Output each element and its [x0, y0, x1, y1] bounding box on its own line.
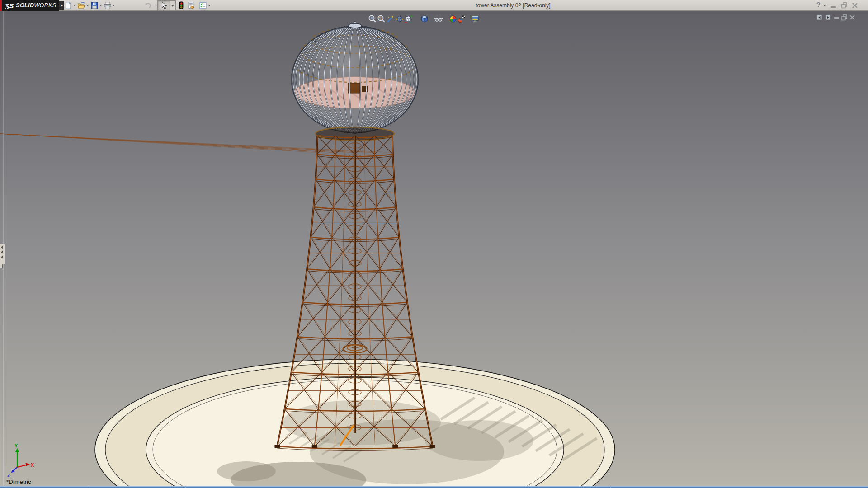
statusbar-divider — [610, 486, 611, 488]
select-cursor-icon — [160, 1, 168, 9]
statusbar-divider — [89, 486, 89, 488]
toolbar-viewport-divider — [0, 11, 868, 11]
collapse-arrow-icon — [1, 255, 3, 259]
solidworks-logo-light: WORKS — [34, 2, 56, 9]
viewport-restore-button[interactable] — [841, 14, 847, 20]
view-settings-icon — [471, 14, 480, 23]
open-dropdown[interactable] — [86, 5, 89, 6]
apply-scene-button[interactable] — [457, 14, 466, 23]
save-floppy-icon — [90, 1, 99, 9]
close-icon — [852, 2, 858, 9]
svg-text:Y: Y — [14, 443, 18, 448]
save-button[interactable] — [90, 1, 99, 9]
previous-view-button[interactable] — [386, 14, 395, 23]
viewport-restore-icon — [841, 14, 848, 21]
file-properties-icon — [187, 1, 195, 9]
help-dropdown[interactable] — [823, 5, 826, 6]
statusbar-divider — [185, 486, 186, 488]
minimize-button[interactable] — [831, 6, 836, 8]
window-title: tower Assembly 02 [Read-only] — [476, 2, 550, 9]
traffic-light-icon — [177, 1, 185, 9]
options-icon — [199, 1, 207, 9]
zoom-to-area-button[interactable] — [377, 14, 386, 23]
solidworks-logo-mark: ƷS — [5, 2, 14, 9]
section-view-icon — [395, 14, 404, 23]
print-icon — [104, 1, 112, 9]
help-button[interactable]: ? — [816, 1, 821, 8]
status-bar — [0, 486, 868, 488]
close-button[interactable] — [852, 2, 858, 9]
featuremanager-collapse-handle[interactable] — [0, 244, 5, 264]
panel-left-toggle[interactable] — [816, 14, 822, 20]
graphics-viewport[interactable]: YXZ — [0, 11, 868, 486]
restore-button[interactable] — [841, 2, 848, 9]
viewport-close-icon — [849, 14, 855, 21]
new-document-button[interactable] — [64, 1, 72, 9]
undo-icon — [144, 1, 152, 9]
hide-show-items-button[interactable] — [434, 14, 443, 23]
print-button[interactable] — [104, 1, 112, 9]
svg-text:X: X — [31, 462, 34, 468]
viewport-close-button[interactable] — [849, 14, 855, 20]
view-orientation-icon — [404, 14, 413, 23]
new-dropdown[interactable] — [73, 5, 76, 6]
edit-appearance-button[interactable] — [448, 14, 458, 23]
select-tool-dropdown[interactable] — [170, 0, 176, 10]
display-style-button[interactable] — [420, 14, 429, 23]
rebuild-button[interactable] — [177, 1, 185, 9]
minimize-icon — [831, 6, 836, 8]
apply-scene-icon — [457, 14, 466, 23]
open-folder-icon — [77, 1, 85, 9]
file-properties-button[interactable] — [187, 1, 195, 9]
print-dropdown[interactable] — [113, 5, 115, 6]
collapse-arrow-icon — [1, 245, 3, 249]
view-orientation-label: *Dimetric — [6, 479, 31, 485]
viewport-minimize-icon — [834, 17, 840, 19]
panel-right-icon — [825, 14, 831, 20]
zoom-to-fit-icon — [368, 14, 377, 23]
zoom-to-area-icon — [377, 14, 386, 23]
appearance-ball-icon — [448, 14, 458, 23]
options-button[interactable] — [199, 1, 207, 9]
display-style-icon — [420, 14, 429, 23]
splitter-notch — [0, 264, 3, 268]
save-dropdown[interactable] — [99, 5, 102, 6]
section-view-button[interactable] — [395, 14, 404, 23]
view-settings-button[interactable] — [471, 14, 480, 23]
undo-button[interactable] — [144, 1, 152, 9]
title-bar: ƷS SOLIDWORKS ▸ — [0, 0, 868, 11]
eyeglasses-icon — [434, 14, 443, 23]
3d-model-tower-assembly[interactable]: YXZ — [0, 11, 868, 486]
solidworks-logo-bold: SOLID — [16, 2, 34, 9]
svg-text:Z: Z — [7, 473, 10, 478]
restore-icon — [841, 2, 848, 9]
viewport-minimize-button[interactable] — [834, 17, 840, 23]
collapse-arrow-icon — [1, 250, 3, 254]
solidworks-logo: ƷS SOLIDWORKS — [2, 0, 59, 11]
new-document-icon — [64, 1, 72, 9]
options-dropdown[interactable] — [208, 5, 211, 6]
panel-left-icon — [816, 14, 822, 20]
previous-view-icon — [386, 14, 395, 23]
view-orientation-button[interactable] — [404, 14, 413, 23]
zoom-to-fit-button[interactable] — [368, 14, 377, 23]
open-button[interactable] — [77, 1, 85, 9]
select-tool-button[interactable] — [157, 0, 170, 10]
panel-right-toggle[interactable] — [825, 14, 831, 20]
menu-expand-button[interactable]: ▸ — [59, 1, 64, 10]
